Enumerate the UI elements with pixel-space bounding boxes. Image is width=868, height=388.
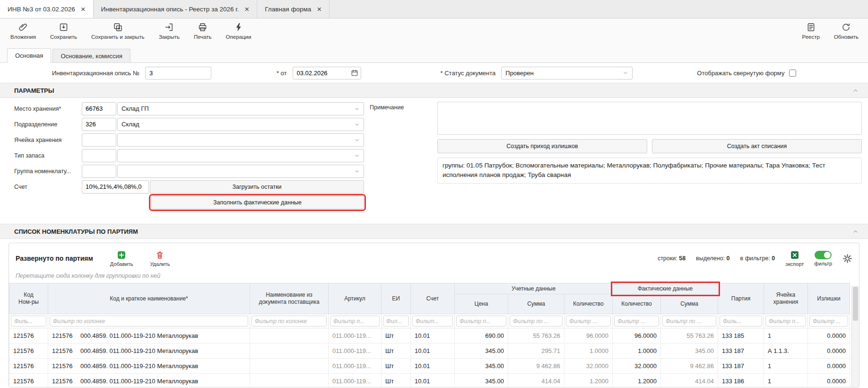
- col-header-surplus[interactable]: Излишки: [808, 283, 850, 314]
- cell-actual-qty[interactable]: 1.2000: [613, 374, 661, 388]
- cell-batch[interactable]: 133 185: [718, 328, 764, 344]
- cell-actual-amount[interactable]: 55 763.26: [661, 328, 718, 344]
- calendar-icon[interactable]: [351, 69, 358, 77]
- collapsed-form-checkbox[interactable]: [789, 70, 796, 77]
- filter-input-qty[interactable]: [566, 316, 611, 326]
- filter-input-price[interactable]: [456, 316, 506, 326]
- cell-price[interactable]: 345.00: [455, 344, 508, 359]
- close-button[interactable]: Закрыть: [159, 22, 180, 40]
- cell-code[interactable]: 121576: [9, 374, 48, 388]
- window-tab-main-form[interactable]: Главная форма ×: [257, 0, 330, 18]
- save-button[interactable]: Сохранить: [50, 22, 77, 40]
- col-header-supplier-doc[interactable]: Наименование из документа поставщика: [250, 283, 329, 314]
- params-section-header[interactable]: ПАРАМЕТРЫ: [0, 83, 868, 98]
- window-tab-inventory-doc[interactable]: ИНВ №3 от 03.02.2026 ×: [0, 0, 94, 18]
- cell-storage-cell[interactable]: 1: [764, 374, 808, 388]
- filter-input-code[interactable]: [11, 316, 46, 326]
- cell-surplus[interactable]: 0.0000: [808, 328, 850, 344]
- cell-article[interactable]: 011.000-119...: [329, 359, 382, 374]
- cell-storage-cell[interactable]: 1: [764, 328, 808, 344]
- cell-account[interactable]: 10.01: [411, 328, 455, 344]
- note-textarea[interactable]: [437, 102, 862, 135]
- create-surplus-button[interactable]: Создать приход излишков: [437, 139, 647, 153]
- department-select[interactable]: Склад: [117, 118, 364, 131]
- stock-type-code-input[interactable]: [82, 149, 116, 162]
- export-excel-button[interactable]: экспорт: [785, 250, 804, 267]
- cell-item[interactable]: 121576000.4859. 011.000-119-210 Металлор…: [48, 328, 250, 344]
- operations-button[interactable]: Операции: [226, 22, 252, 40]
- table-row[interactable]: 121576 121576000.4859. 011.000-119-210 М…: [9, 328, 850, 344]
- filter-input-account[interactable]: [412, 316, 453, 326]
- filter-input-actual-amount[interactable]: [662, 316, 716, 326]
- col-header-batch[interactable]: Партия: [718, 283, 764, 314]
- cell-actual-amount[interactable]: 9 462.86: [661, 359, 718, 374]
- list-section-header[interactable]: СПИСОК НОМЕНКЛАТУРЫ ПО ПАРТИЯМ: [0, 224, 868, 239]
- cell-price[interactable]: 345.00: [455, 374, 508, 388]
- cell-actual-amount[interactable]: 345.00: [661, 344, 718, 359]
- cell-account[interactable]: 10.01: [411, 359, 455, 374]
- table-row[interactable]: 121576 121576000.4859. 011.000-119-210 М…: [9, 374, 850, 388]
- cell-item[interactable]: 121576000.4859. 011.000-119-210 Металлор…: [48, 374, 250, 388]
- cell-supplier-doc[interactable]: [250, 359, 329, 374]
- create-writeoff-button[interactable]: Создать акт списания: [652, 139, 862, 153]
- window-tab-registry[interactable]: Инвентаризационная опись - Реестр за 202…: [94, 0, 258, 18]
- doc-number-input[interactable]: [145, 67, 211, 79]
- tab-basis-commission[interactable]: Основание, комиссия: [52, 49, 130, 62]
- cell-account[interactable]: 10.01: [411, 344, 455, 359]
- tab-close-icon[interactable]: ×: [81, 5, 86, 13]
- item-group-select[interactable]: [117, 165, 364, 178]
- delete-row-button[interactable]: Удалить: [150, 250, 170, 267]
- cell-account[interactable]: 10.01: [411, 374, 455, 388]
- filter-input-cell[interactable]: [765, 316, 806, 326]
- cell-actual-amount[interactable]: 414.04: [661, 374, 718, 388]
- filter-toggle-button[interactable]: фильтр: [814, 251, 832, 266]
- cell-code[interactable]: 121576: [9, 359, 48, 374]
- cell-article[interactable]: 011.000-119...: [329, 374, 382, 388]
- cell-actual-qty[interactable]: 1.0000: [613, 344, 661, 359]
- filter-input-supplier-doc[interactable]: [252, 316, 327, 326]
- col-header-storage-cell[interactable]: Ячейка хранения: [764, 283, 808, 314]
- print-button[interactable]: Печать: [194, 22, 212, 40]
- storage-select[interactable]: Склад ГП: [117, 102, 364, 115]
- col-header-unit[interactable]: ЕИ: [382, 283, 411, 314]
- save-close-button[interactable]: Сохранить и закрыть: [91, 22, 145, 40]
- cell-qty[interactable]: 1.2000: [564, 374, 613, 388]
- filter-input-batch[interactable]: [720, 316, 762, 326]
- filter-input-actual-qty[interactable]: [614, 316, 659, 326]
- cell-item[interactable]: 121576000.4859. 011.000-119-210 Металлор…: [48, 359, 250, 374]
- cell-actual-qty[interactable]: 96.0000: [613, 328, 661, 344]
- col-header-code[interactable]: Код Ном-ры: [9, 283, 48, 314]
- col-header-item[interactable]: Код и краткое наименование*: [48, 283, 250, 314]
- cell-unit[interactable]: Шт: [382, 359, 411, 374]
- department-code-input[interactable]: [82, 118, 116, 131]
- cell-supplier-doc[interactable]: [250, 328, 329, 344]
- list-collapse-button[interactable]: [851, 228, 859, 236]
- cell-article[interactable]: 011.000-119...: [329, 344, 382, 359]
- table-row[interactable]: 121576 121576000.4859. 011.000-119-210 М…: [9, 359, 850, 374]
- cell-surplus[interactable]: 0.0000: [808, 344, 850, 359]
- cell-qty[interactable]: 1.0000: [564, 344, 613, 359]
- col-header-qty[interactable]: Количество: [564, 294, 613, 314]
- table-row[interactable]: 121576 121576000.4859. 011.000-119-210 М…: [9, 344, 850, 359]
- vertical-scrollbar[interactable]: [851, 286, 859, 387]
- tab-main[interactable]: Основная: [7, 48, 51, 63]
- cell-amount[interactable]: 295.71: [508, 344, 564, 359]
- load-balances-button[interactable]: Загрузить остатки: [150, 180, 364, 194]
- storage-cell-code-input[interactable]: [82, 133, 116, 147]
- cell-amount[interactable]: 414.04: [508, 374, 564, 388]
- cell-actual-qty[interactable]: 32.0000: [613, 359, 661, 374]
- tab-close-icon[interactable]: ×: [317, 5, 321, 13]
- params-collapse-button[interactable]: [851, 87, 859, 95]
- cell-surplus[interactable]: 0.0000: [808, 359, 850, 374]
- cell-unit[interactable]: Шт: [382, 328, 411, 344]
- cell-code[interactable]: 121576: [9, 344, 48, 359]
- cell-surplus[interactable]: 0.0000: [808, 374, 850, 388]
- registry-button[interactable]: Реестр: [802, 22, 820, 40]
- cell-amount[interactable]: 9 462.86: [508, 359, 564, 374]
- account-input[interactable]: [82, 180, 149, 194]
- filter-input-unit[interactable]: [383, 316, 409, 326]
- storage-code-input[interactable]: [82, 102, 116, 115]
- cell-qty[interactable]: 32.0000: [564, 359, 613, 374]
- filter-input-amount[interactable]: [510, 316, 563, 326]
- refresh-button[interactable]: Обновить: [834, 22, 859, 40]
